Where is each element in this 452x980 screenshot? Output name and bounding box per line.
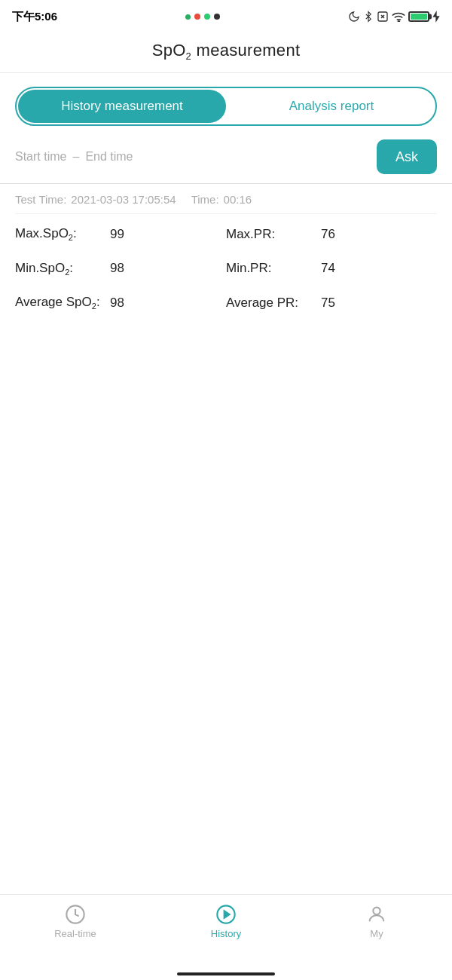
clock-icon xyxy=(65,904,86,925)
main-content-spacer xyxy=(0,320,452,894)
max-row: Max.SpO2: 99 Max.PR: 76 xyxy=(15,217,437,251)
dot-black-icon xyxy=(214,14,220,20)
status-icons xyxy=(185,14,220,20)
status-time: 下午5:06 xyxy=(12,10,57,24)
nav-item-my[interactable]: My xyxy=(301,904,452,939)
bluetooth-icon xyxy=(363,11,374,23)
filter-dash: – xyxy=(72,150,79,164)
tab-history-measurement[interactable]: History measurement xyxy=(18,90,226,123)
measurement-rows: Max.SpO2: 99 Max.PR: 76 Min.SpO2: 98 Min… xyxy=(15,214,437,320)
filter-row: Start time – End time Ask xyxy=(0,136,452,177)
svg-point-8 xyxy=(373,908,380,914)
page-title-bar: SpO2 measurement xyxy=(0,33,452,73)
play-circle-icon xyxy=(215,904,237,925)
start-time-label[interactable]: Start time xyxy=(15,150,66,164)
data-section: Test Time: 2021-03-03 17:05:54 Time: 00:… xyxy=(0,184,452,320)
max-pr-val: 76 xyxy=(321,227,335,242)
avg-pr-val: 75 xyxy=(321,296,335,311)
battery-icon xyxy=(408,11,429,22)
test-time-row: Test Time: 2021-03-03 17:05:54 Time: 00:… xyxy=(15,184,437,214)
user-icon xyxy=(366,904,387,925)
avg-spo2-key: Average SpO2: xyxy=(15,295,105,311)
duration-value: 00:16 xyxy=(224,193,252,206)
status-right-icons xyxy=(348,11,440,23)
avg-pr-key: Average PR: xyxy=(226,296,316,311)
nav-label-history: History xyxy=(211,928,241,939)
max-pr-key: Max.PR: xyxy=(226,227,316,242)
nav-item-history[interactable]: History xyxy=(151,904,301,939)
dot-red-icon xyxy=(194,14,200,20)
moon-icon xyxy=(348,11,360,23)
nav-label-my: My xyxy=(370,928,383,939)
status-bar: 下午5:06 xyxy=(0,0,452,33)
min-spo2-val: 98 xyxy=(110,261,124,276)
min-spo2-key: Min.SpO2: xyxy=(15,261,105,277)
avg-spo2-val: 98 xyxy=(110,296,124,311)
wifi-icon xyxy=(392,11,405,22)
svg-marker-4 xyxy=(432,11,439,23)
nav-item-realtime[interactable]: Real-time xyxy=(0,904,151,939)
min-pr-key: Min.PR: xyxy=(226,261,316,276)
dot-green-icon xyxy=(185,14,191,20)
svg-marker-7 xyxy=(224,911,230,917)
bottom-indicator-row xyxy=(0,969,452,980)
filter-time-range[interactable]: Start time – End time xyxy=(15,150,371,164)
max-spo2-key: Max.SpO2: xyxy=(15,226,105,242)
end-time-label[interactable]: End time xyxy=(85,150,133,164)
test-time-value: 2021-03-03 17:05:54 xyxy=(71,193,176,206)
close-box-icon xyxy=(377,11,389,23)
nav-label-realtime: Real-time xyxy=(54,928,96,939)
svg-point-3 xyxy=(398,21,399,22)
time-sep: Time: xyxy=(191,193,219,206)
charging-icon xyxy=(432,11,440,23)
tab-toggle: History measurement Analysis report xyxy=(15,87,437,126)
ask-button[interactable]: Ask xyxy=(377,139,437,174)
dot-green2-icon xyxy=(204,14,210,20)
min-row: Min.SpO2: 98 Min.PR: 74 xyxy=(15,252,437,286)
min-pr-val: 74 xyxy=(321,261,335,276)
test-time-label: Test Time: xyxy=(15,193,66,206)
battery-fill xyxy=(411,14,427,20)
home-indicator xyxy=(177,972,275,975)
avg-row: Average SpO2: 98 Average PR: 75 xyxy=(15,286,437,320)
bottom-nav: Real-time History My xyxy=(0,894,452,969)
max-spo2-val: 99 xyxy=(110,227,124,242)
page-title: SpO2 measurement xyxy=(0,41,452,62)
tab-analysis-report[interactable]: Analysis report xyxy=(228,88,435,124)
